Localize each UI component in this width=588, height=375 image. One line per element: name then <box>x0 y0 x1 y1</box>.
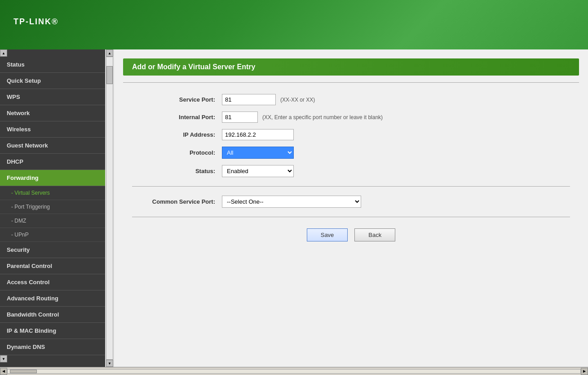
sidebar-item-parental-control[interactable]: Parental Control <box>0 258 105 274</box>
section-header: Add or Modify a Virtual Server Entry <box>123 58 579 76</box>
sidebar-item-forwarding[interactable]: Forwarding <box>0 170 105 186</box>
sidebar: ▲ Status Quick Setup WPS Network Wireles… <box>0 49 105 367</box>
internal-port-hint: (XX, Enter a specific port number or lea… <box>262 114 383 121</box>
sidebar-subitem-dmz[interactable]: - DMZ <box>0 214 105 228</box>
sidebar-item-network[interactable]: Network <box>0 105 105 121</box>
sidebar-item-wireless[interactable]: Wireless <box>0 121 105 138</box>
common-service-port-label: Common Service Port: <box>132 198 222 205</box>
sidebar-scroll-down[interactable]: ▼ <box>0 355 7 362</box>
sidebar-container: ▲ Status Quick Setup WPS Network Wireles… <box>0 49 114 367</box>
status-label: Status: <box>132 168 222 174</box>
sidebar-item-security[interactable]: Security <box>0 242 105 258</box>
hscroll-left-btn[interactable]: ◀ <box>0 368 7 375</box>
sidebar-vscroll-thumb[interactable] <box>106 66 113 84</box>
protocol-row: Protocol: All TCP UDP <box>132 147 570 159</box>
sidebar-item-access-control[interactable]: Access Control <box>0 274 105 290</box>
internal-port-label: Internal Port: <box>132 114 222 121</box>
service-port-row: Service Port: (XX-XX or XX) <box>132 94 570 105</box>
service-port-label: Service Port: <box>132 96 222 103</box>
sidebar-item-wps[interactable]: WPS <box>0 89 105 105</box>
internal-port-row: Internal Port: (XX, Enter a specific por… <box>132 112 570 123</box>
status-select[interactable]: Enabled Disabled <box>222 165 294 177</box>
status-row: Status: Enabled Disabled <box>132 165 570 177</box>
sidebar-scrollbar: ▲ ▼ <box>105 49 114 367</box>
button-row: Save Back <box>132 228 570 241</box>
sidebar-item-quick-setup[interactable]: Quick Setup <box>0 73 105 89</box>
bottom-scrollbar: ◀ ▶ <box>0 367 588 375</box>
service-port-input[interactable] <box>222 94 276 105</box>
ip-address-input[interactable] <box>222 129 294 140</box>
sidebar-scroll-up[interactable]: ▲ <box>0 49 7 57</box>
common-service-port-select[interactable]: --Select One-- HTTP FTP SMTP DNS HTTPS <box>222 196 361 208</box>
sidebar-item-ip-mac-binding[interactable]: IP & MAC Binding <box>0 323 105 339</box>
hscroll-thumb[interactable] <box>10 370 37 373</box>
logo: TP-LINK® <box>13 14 58 36</box>
internal-port-input[interactable] <box>222 112 258 123</box>
common-service-port-row: Common Service Port: --Select One-- HTTP… <box>132 196 570 208</box>
service-port-hint: (XX-XX or XX) <box>280 97 315 103</box>
form-container: Service Port: (XX-XX or XX) Internal Por… <box>123 89 579 250</box>
sidebar-subitem-upnp[interactable]: - UPnP <box>0 228 105 242</box>
divider-bottom <box>132 217 570 217</box>
sidebar-vscroll-track <box>106 57 113 360</box>
main-layout: ▲ Status Quick Setup WPS Network Wireles… <box>0 49 588 367</box>
divider-top <box>123 82 579 83</box>
sidebar-vscroll-up-btn[interactable]: ▲ <box>106 49 113 57</box>
back-button[interactable]: Back <box>354 228 395 241</box>
save-button[interactable]: Save <box>307 228 348 241</box>
hscroll-track <box>7 369 581 374</box>
ip-address-row: IP Address: <box>132 129 570 140</box>
sidebar-subitem-virtual-servers[interactable]: - Virtual Servers <box>0 186 105 200</box>
protocol-select[interactable]: All TCP UDP <box>222 147 294 159</box>
sidebar-item-bandwidth-control[interactable]: Bandwidth Control <box>0 307 105 323</box>
sidebar-item-advanced-routing[interactable]: Advanced Routing <box>0 290 105 307</box>
sidebar-item-status[interactable]: Status <box>0 57 105 73</box>
sidebar-item-dynamic-dns[interactable]: Dynamic DNS <box>0 339 105 355</box>
divider-middle <box>132 186 570 187</box>
sidebar-item-guest-network[interactable]: Guest Network <box>0 138 105 154</box>
header: TP-LINK® <box>0 0 588 49</box>
hscroll-right-btn[interactable]: ▶ <box>581 368 588 375</box>
sidebar-vscroll-down-btn[interactable]: ▼ <box>106 360 113 367</box>
content-area: Add or Modify a Virtual Server Entry Ser… <box>114 49 588 367</box>
protocol-label: Protocol: <box>132 149 222 156</box>
sidebar-subitem-port-triggering[interactable]: - Port Triggering <box>0 200 105 214</box>
sidebar-item-dhcp[interactable]: DHCP <box>0 154 105 170</box>
ip-address-label: IP Address: <box>132 131 222 138</box>
